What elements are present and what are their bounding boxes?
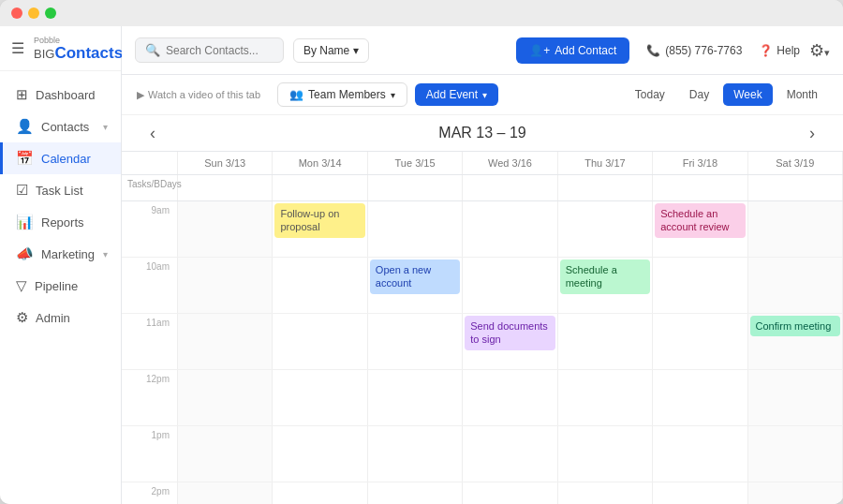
cell-fri-1pm[interactable] [653,426,747,482]
sidebar-item-tasklist[interactable]: ☑ Task List [0,174,121,206]
maximize-button[interactable] [45,7,56,19]
cell-sat-1pm[interactable] [748,426,843,482]
event-new-account[interactable]: Open a new account [370,259,460,294]
next-week-button[interactable]: › [800,120,824,147]
cell-mon-12pm[interactable] [273,370,367,425]
cell-tue-11am[interactable] [368,314,463,369]
cell-sat-12pm[interactable] [748,370,843,425]
settings-button[interactable]: ⚙▾ [809,40,830,61]
admin-icon: ⚙ [16,309,28,326]
cell-mon-10am[interactable] [273,258,367,313]
cell-thu-1pm[interactable] [558,426,653,482]
tasks-cell-thu [558,175,653,200]
cell-tue-10am[interactable]: Open a new account [368,258,463,313]
day-view-button[interactable]: Day [679,83,719,106]
prev-week-button[interactable]: ‹ [140,120,165,147]
time-column-header [122,152,178,174]
cell-mon-11am[interactable] [273,314,367,369]
close-button[interactable] [11,7,22,19]
app-window: ☰ Pobble BIGContacts ⊞ Dashboard 👤 Conta… [0,0,843,504]
cell-mon-9am[interactable]: Follow-up on proposal [273,201,367,257]
by-name-dropdown[interactable]: By Name ▾ [293,38,369,63]
cell-thu-10am[interactable]: Schedule a meeting [558,258,653,313]
phone-info: 📞 (855) 776-7763 [639,44,749,57]
sidebar-item-contacts[interactable]: 👤 Contacts ▾ [0,111,121,142]
cell-sun-11am[interactable] [178,314,273,369]
cell-sun-2pm[interactable] [178,482,273,504]
watch-video-link[interactable]: ▶ Watch a video of this tab [137,89,260,101]
cell-tue-12pm[interactable] [368,370,463,425]
event-account-review[interactable]: Schedule an account review [655,203,745,238]
team-members-button[interactable]: 👥 Team Members ▾ [277,82,407,107]
cell-sun-1pm[interactable] [178,426,273,482]
search-input[interactable] [166,44,274,57]
tasks-cell-tue [368,175,463,200]
cell-wed-11am[interactable]: Send documents to sign [463,314,557,369]
event-schedule-meeting[interactable]: Schedule a meeting [560,259,650,294]
day-header-fri: Fri 3/18 [653,152,747,174]
phone-number: (855) 776-7763 [665,44,742,57]
cell-wed-2pm[interactable] [463,482,557,504]
cell-wed-12pm[interactable] [463,370,557,425]
cell-sat-11am[interactable]: Confirm meeting [748,314,843,369]
cell-fri-11am[interactable] [653,314,747,369]
cell-fri-9am[interactable]: Schedule an account review [653,201,747,257]
time-label-12pm: 12pm [122,370,178,425]
help-button[interactable]: ❓ Help [759,44,800,57]
cell-thu-2pm[interactable] [558,482,653,504]
cell-fri-12pm[interactable] [653,370,747,425]
cell-wed-10am[interactable] [463,258,557,313]
add-contact-button[interactable]: 👤+ Add Contact [516,37,629,64]
tasks-label: Tasks/BDays [122,175,178,200]
tasks-cell-fri [653,175,747,200]
sidebar-item-pipeline[interactable]: ▽ Pipeline [0,270,121,302]
cell-fri-2pm[interactable] [653,482,747,504]
calendar-nav: ‹ MAR 13 – 19 › [122,115,843,151]
cell-sat-10am[interactable] [748,258,843,313]
cell-sat-9am[interactable] [748,201,843,257]
cell-sun-9am[interactable] [178,201,273,257]
cell-thu-11am[interactable] [558,314,653,369]
sidebar-item-calendar[interactable]: 📅 Calendar [0,142,121,174]
sidebar-navigation: ⊞ Dashboard 👤 Contacts ▾ 📅 Calendar ☑ Ta… [0,71,121,504]
cell-sat-2pm[interactable] [748,482,843,504]
cell-mon-2pm[interactable] [273,482,367,504]
cell-wed-1pm[interactable] [463,426,557,482]
month-view-button[interactable]: Month [776,83,828,106]
hamburger-icon[interactable]: ☰ [11,39,24,57]
cell-thu-9am[interactable] [558,201,653,257]
cell-fri-10am[interactable] [653,258,747,313]
today-view-button[interactable]: Today [625,83,675,106]
titlebar [0,0,843,26]
sidebar-item-marketing[interactable]: 📣 Marketing ▾ [0,238,121,270]
cell-thu-12pm[interactable] [558,370,653,425]
chevron-down-icon: ▾ [103,122,108,132]
tasks-bdays-row: Tasks/BDays [122,175,843,201]
day-header-thu: Thu 3/17 [558,152,653,174]
cell-sun-10am[interactable] [178,258,273,313]
sidebar-item-reports[interactable]: 📊 Reports [0,206,121,238]
time-row-11am: 11am Send documents to sign Confirm meet… [122,314,843,370]
tasks-cell-wed [463,175,557,200]
sidebar-item-dashboard[interactable]: ⊞ Dashboard [0,79,121,111]
cell-tue-2pm[interactable] [368,482,463,504]
week-view-button[interactable]: Week [723,83,772,106]
topbar: 🔍 By Name ▾ 👤+ Add Contact 📞 (855) 776-7… [122,26,843,75]
event-followup[interactable]: Follow-up on proposal [274,203,364,238]
sidebar-item-admin[interactable]: ⚙ Admin [0,302,121,334]
cell-mon-1pm[interactable] [273,426,367,482]
cell-wed-9am[interactable] [463,201,557,257]
event-send-documents[interactable]: Send documents to sign [465,316,555,350]
calendar-range-title: MAR 13 – 19 [438,125,525,141]
contacts-icon: 👤 [16,118,34,135]
day-header-tue: Tue 3/15 [368,152,463,174]
time-label-2pm: 2pm [122,482,178,504]
minimize-button[interactable] [28,7,39,19]
toolbar-actions: 👥 Team Members ▾ Add Event ▾ [277,82,498,107]
event-confirm-meeting[interactable]: Confirm meeting [750,316,840,336]
cell-sun-12pm[interactable] [178,370,273,425]
cell-tue-1pm[interactable] [368,426,463,482]
add-event-button[interactable]: Add Event ▾ [415,83,498,106]
cell-tue-9am[interactable] [368,201,463,257]
calendar-icon: 📅 [16,150,34,167]
